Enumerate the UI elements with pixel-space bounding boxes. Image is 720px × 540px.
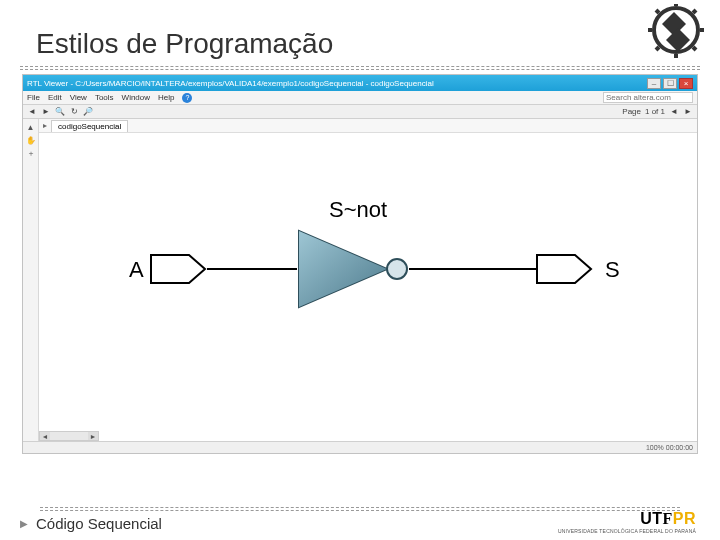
menu-edit[interactable]: Edit (48, 93, 62, 102)
scroll-right-icon[interactable]: ► (88, 432, 98, 440)
menu-help[interactable]: Help (158, 93, 174, 102)
refresh-icon[interactable]: ↻ (69, 107, 79, 117)
rtl-diagram: S~not A (39, 179, 697, 379)
tool-sidebar: ▲ ✋ ＋ (23, 119, 39, 441)
maximize-button[interactable]: ☐ (663, 78, 677, 89)
window-titlebar: RTL Viewer - C:/Users/MARCIO/INTALTERA/e… (23, 75, 697, 91)
hand-icon[interactable]: ✋ (26, 135, 36, 145)
svg-point-14 (387, 259, 407, 279)
wire-not-to-s (409, 268, 537, 270)
page-value: 1 of 1 (645, 107, 665, 116)
rtl-viewer-window: RTL Viewer - C:/Users/MARCIO/INTALTERA/e… (22, 74, 698, 454)
next-page-icon[interactable]: ► (683, 107, 693, 117)
divider (20, 66, 700, 67)
forward-icon[interactable]: ► (41, 107, 51, 117)
window-title: RTL Viewer - C:/Users/MARCIO/INTALTERA/e… (27, 79, 647, 88)
divider (20, 69, 700, 70)
utfpr-logo: UTFPR UNIVERSIDADE TECNOLÓGICA FEDERAL D… (558, 510, 696, 534)
tree-toggle-icon[interactable]: ▸ (43, 121, 47, 130)
svg-marker-13 (299, 231, 387, 307)
menu-view[interactable]: View (70, 93, 87, 102)
find-icon[interactable]: 🔎 (83, 107, 93, 117)
input-label-a: A (129, 257, 144, 283)
horizontal-scrollbar[interactable]: ◄ ► (39, 431, 99, 441)
help-icon[interactable]: ? (182, 93, 192, 103)
menu-window[interactable]: Window (122, 93, 150, 102)
svg-line-5 (656, 10, 659, 13)
menu-file[interactable]: File (27, 93, 40, 102)
signal-label-snot: S~not (329, 197, 387, 223)
institution-logo (644, 4, 708, 64)
menu-tools[interactable]: Tools (95, 93, 114, 102)
prev-page-icon[interactable]: ◄ (669, 107, 679, 117)
toolbar: ◄ ► 🔍 ↻ 🔎 Page 1 of 1 ◄ ► (23, 105, 697, 119)
output-label-s: S (605, 257, 620, 283)
schematic-canvas[interactable]: ▸ codigoSequencial S~not A (39, 119, 697, 441)
svg-marker-15 (537, 255, 591, 283)
close-button[interactable]: × (679, 78, 693, 89)
document-tab[interactable]: codigoSequencial (51, 120, 128, 132)
svg-line-6 (693, 10, 696, 13)
back-icon[interactable]: ◄ (27, 107, 37, 117)
menu-bar: File Edit View Tools Window Help ? (23, 91, 697, 105)
scroll-left-icon[interactable]: ◄ (40, 432, 50, 440)
input-port-icon (149, 253, 209, 285)
not-gate-icon (293, 225, 413, 315)
svg-line-7 (656, 47, 659, 50)
output-port-icon (535, 253, 595, 285)
page-label: Page (622, 107, 641, 116)
document-tab-bar: ▸ codigoSequencial (39, 119, 697, 133)
svg-line-8 (693, 47, 696, 50)
search-input[interactable] (603, 92, 693, 103)
zoom-tool-icon[interactable]: ＋ (26, 148, 36, 158)
minimize-button[interactable]: – (647, 78, 661, 89)
utfpr-subtitle: UNIVERSIDADE TECNOLÓGICA FEDERAL DO PARA… (558, 528, 696, 534)
status-right: 100% 00:00:00 (646, 444, 693, 451)
svg-marker-11 (151, 255, 205, 283)
slide-title: Estilos de Programação (0, 0, 720, 66)
divider (40, 507, 680, 508)
pointer-icon[interactable]: ▲ (26, 122, 36, 132)
wire-a-to-not (207, 268, 297, 270)
zoom-icon[interactable]: 🔍 (55, 107, 65, 117)
status-bar: 100% 00:00:00 (23, 441, 697, 453)
